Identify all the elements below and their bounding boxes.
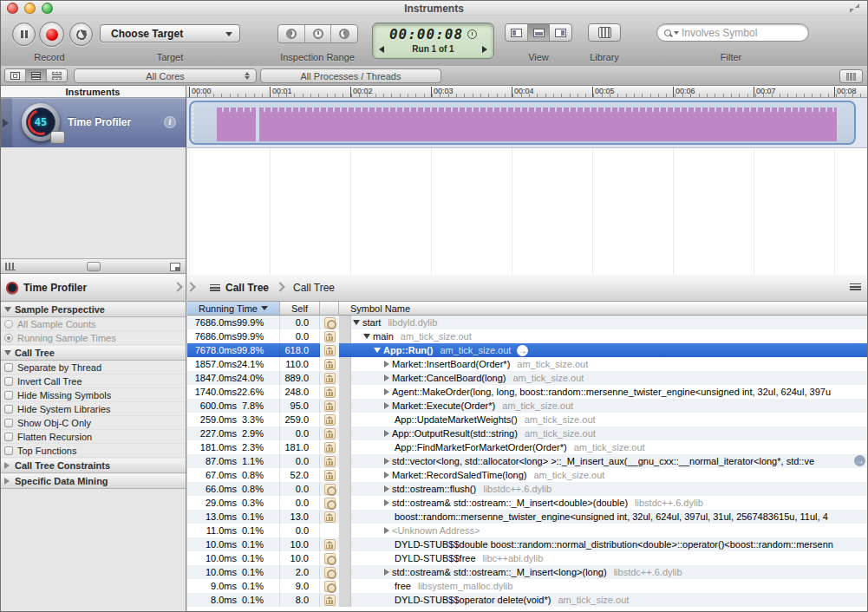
disclosure-closed-icon[interactable] bbox=[384, 374, 389, 381]
breadcrumb-call-tree[interactable]: Call Tree bbox=[225, 282, 269, 294]
disclosure-closed-icon[interactable] bbox=[384, 527, 389, 534]
focus-arrow-icon[interactable] bbox=[517, 345, 528, 356]
sidebar-item-top-functions[interactable]: Top Functions bbox=[0, 444, 186, 458]
checkbox[interactable] bbox=[4, 419, 13, 427]
sidebar-item-running-sample-times[interactable]: Running Sample Times bbox=[0, 331, 186, 345]
track-style-3-button[interactable] bbox=[47, 69, 67, 81]
table-row[interactable]: 10.0ms0.1%10.0DYLD-STUB$$double boost::r… bbox=[187, 537, 868, 551]
table-row[interactable]: 7686.0ms99.9%0.0mainam_tick_size.out bbox=[187, 329, 868, 343]
disclosure-closed-icon[interactable] bbox=[384, 472, 389, 479]
track-disclosure-icon[interactable] bbox=[3, 119, 9, 127]
sidebar-item-all-sample-counts[interactable]: All Sample Counts bbox=[0, 317, 186, 331]
loop-button[interactable] bbox=[69, 23, 93, 46]
sidebar-item-show-obj-c-only[interactable]: Show Obj-C Only bbox=[0, 416, 186, 430]
table-row[interactable]: 1857.0ms24.1%110.0Market::InsertBoard(Or… bbox=[187, 357, 868, 371]
record-button[interactable] bbox=[39, 22, 64, 47]
disclosure-open-icon[interactable] bbox=[374, 348, 381, 353]
track-columns-button[interactable] bbox=[839, 69, 863, 83]
sidebar-section-call-tree[interactable]: Call Tree bbox=[0, 345, 186, 361]
table-row[interactable]: 227.0ms2.9%0.0App::OutputResult(std::str… bbox=[187, 426, 868, 440]
table-row[interactable]: 11.0ms0.1%0.0<Unknown Address> bbox=[187, 524, 868, 537]
next-run-button[interactable] bbox=[482, 46, 487, 53]
table-row[interactable]: 7686.0ms99.9%0.0startlibdyld.dylib bbox=[187, 316, 868, 329]
search-options-icon[interactable] bbox=[674, 31, 679, 35]
disclosure-closed-icon[interactable] bbox=[384, 458, 389, 465]
inspection-range-start-button[interactable] bbox=[278, 25, 305, 42]
detail-menu-icon[interactable] bbox=[210, 284, 220, 291]
track-timeline-area[interactable] bbox=[187, 98, 868, 147]
column-header-self[interactable]: Self bbox=[280, 302, 320, 315]
table-row[interactable]: 67.0ms0.8%52.0Market::RecordSaledTime(lo… bbox=[187, 468, 868, 482]
sidebar-section-sample-perspective[interactable]: Sample Perspective bbox=[0, 302, 186, 317]
radio-button[interactable] bbox=[4, 334, 13, 342]
triangle-open-icon[interactable] bbox=[4, 307, 11, 312]
table-row[interactable]: 181.0ms2.3%181.0App::FindMarketForMarket… bbox=[187, 440, 868, 454]
library-button[interactable] bbox=[588, 23, 621, 42]
checkbox[interactable] bbox=[4, 391, 13, 400]
clock-icon[interactable] bbox=[467, 29, 477, 39]
disclosure-open-icon[interactable] bbox=[353, 320, 360, 325]
choose-target-dropdown[interactable]: Choose Target bbox=[100, 24, 240, 42]
triangle-closed-icon[interactable] bbox=[4, 478, 10, 485]
checkbox[interactable] bbox=[4, 446, 13, 455]
focus-arrow-icon[interactable] bbox=[854, 455, 865, 466]
table-row[interactable]: 1740.0ms22.6%248.0Agent::MakeOrder(long,… bbox=[187, 385, 868, 399]
processes-dropdown[interactable]: All Processes / Threads bbox=[260, 68, 441, 83]
info-button[interactable] bbox=[164, 116, 176, 128]
inspection-range-view-button[interactable] bbox=[305, 25, 332, 42]
detail-options-icon[interactable] bbox=[850, 283, 861, 291]
table-row[interactable]: 13.0ms0.1%13.0boost::random::mersenne_tw… bbox=[187, 510, 868, 524]
filter-input[interactable] bbox=[682, 27, 801, 39]
table-row[interactable]: 29.0ms0.3%0.0std::ostream& std::ostream:… bbox=[187, 496, 868, 510]
checkbox[interactable] bbox=[4, 377, 13, 386]
disclosure-closed-icon[interactable] bbox=[384, 361, 389, 368]
inspection-range-end-button[interactable] bbox=[331, 25, 357, 42]
expand-icon[interactable] bbox=[850, 3, 859, 13]
sidebar-header[interactable]: Time Profiler bbox=[0, 274, 186, 302]
sidebar-section-specific-data-mining[interactable]: Specific Data Mining bbox=[0, 473, 186, 489]
radio-button[interactable] bbox=[4, 320, 13, 329]
track-row-time-profiler[interactable]: Time Profiler bbox=[0, 98, 186, 147]
sidebar-item-hide-missing-symbols[interactable]: Hide Missing Symbols bbox=[0, 388, 186, 402]
breadcrumb-call-tree-2[interactable]: Call Tree bbox=[293, 282, 335, 294]
table-row[interactable]: 600.0ms7.8%95.0Market::Execute(Order*)am… bbox=[187, 399, 868, 413]
triangle-open-icon[interactable] bbox=[4, 350, 11, 355]
column-header-symbol-name[interactable]: Symbol Name bbox=[339, 302, 868, 315]
sidebar-item-hide-system-libraries[interactable]: Hide System Libraries bbox=[0, 402, 186, 416]
disclosure-closed-icon[interactable] bbox=[384, 388, 389, 395]
disclosure-open-icon[interactable] bbox=[363, 334, 370, 339]
track-style-2-button[interactable] bbox=[26, 69, 47, 81]
table-row[interactable]: 7678.0ms99.8%618.0App::Run()am_tick_size… bbox=[187, 343, 868, 357]
column-header-running-time[interactable]: Running Time bbox=[187, 302, 280, 315]
filter-field[interactable] bbox=[656, 23, 809, 42]
bottom-pane-toggle-icon[interactable] bbox=[170, 263, 180, 271]
sidebar-item-flatten-recursion[interactable]: Flatten Recursion bbox=[0, 430, 186, 444]
disclosure-closed-icon[interactable] bbox=[384, 485, 389, 492]
checkbox[interactable] bbox=[4, 363, 13, 372]
previous-run-button[interactable] bbox=[379, 46, 384, 53]
table-row[interactable]: 10.0ms0.1%10.0DYLD-STUB$$freelibc++abi.d… bbox=[187, 551, 868, 565]
table-row[interactable]: 10.0ms0.1%2.0std::ostream& std::ostream:… bbox=[187, 565, 868, 579]
sidebar-item-separate-by-thread[interactable]: Separate by Thread bbox=[0, 361, 186, 374]
table-row[interactable]: 259.0ms3.3%259.0App::UpdateMarketWeights… bbox=[187, 413, 868, 426]
view-left-pane-button[interactable] bbox=[506, 24, 528, 41]
view-bottom-pane-button[interactable] bbox=[528, 24, 551, 41]
sidebar-item-invert-call-tree[interactable]: Invert Call Tree bbox=[0, 374, 186, 388]
column-header-icon[interactable] bbox=[320, 302, 339, 315]
pause-button[interactable] bbox=[12, 23, 36, 46]
table-row[interactable]: 9.0ms0.1%9.0freelibsystem_malloc.dylib bbox=[187, 579, 868, 593]
table-row[interactable]: 1847.0ms24.0%889.0Market::CancelBoard(lo… bbox=[187, 371, 868, 385]
disclosure-closed-icon[interactable] bbox=[384, 430, 389, 437]
triangle-closed-icon[interactable] bbox=[4, 462, 10, 469]
track-lane[interactable] bbox=[189, 101, 856, 145]
cores-dropdown[interactable]: All Cores bbox=[74, 68, 257, 83]
table-row[interactable]: 8.0ms0.1%8.0DYLD-STUB$$operator delete(v… bbox=[187, 593, 868, 607]
view-right-pane-button[interactable] bbox=[550, 24, 571, 41]
disclosure-closed-icon[interactable] bbox=[384, 569, 389, 576]
splitter-grip[interactable] bbox=[87, 262, 101, 271]
checkbox[interactable] bbox=[4, 405, 13, 413]
disclosure-closed-icon[interactable] bbox=[384, 402, 389, 409]
sidebar-section-call-tree-constraints[interactable]: Call Tree Constraints bbox=[0, 458, 186, 473]
timeline-ruler[interactable]: 00:0000:0100:0200:0300:0400:0500:0600:07… bbox=[186, 86, 868, 98]
disclosure-closed-icon[interactable] bbox=[384, 499, 389, 506]
